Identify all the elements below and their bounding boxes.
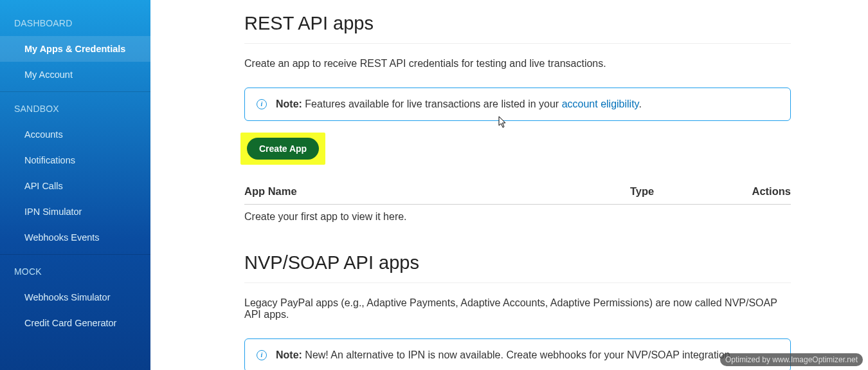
col-type: Type (630, 185, 733, 198)
apps-empty-message: Create your first app to view it here. (244, 205, 791, 246)
col-actions: Actions (733, 185, 791, 198)
nvp-soap-heading: NVP/SOAP API apps (244, 246, 791, 283)
sidebar: DASHBOARD My Apps & Credentials My Accou… (0, 0, 161, 370)
info-icon (257, 99, 267, 109)
nvp-note-box: Note: New! An alternative to IPN is now … (244, 338, 791, 370)
sidebar-item-webhooks-simulator[interactable]: Webhooks Simulator (0, 284, 150, 310)
main-content: REST API apps Create an app to receive R… (161, 0, 868, 370)
info-icon (257, 350, 267, 360)
sidebar-item-notifications[interactable]: Notifications (0, 147, 150, 173)
rest-api-heading: REST API apps (244, 6, 791, 44)
sidebar-item-my-account[interactable]: My Account (0, 62, 150, 88)
nvp-note-text: Note: New! An alternative to IPN is now … (276, 349, 733, 361)
sidebar-item-my-apps-credentials[interactable]: My Apps & Credentials (0, 36, 150, 62)
sidebar-item-ipn-simulator[interactable]: IPN Simulator (0, 199, 150, 225)
sidebar-item-webhooks-events[interactable]: Webhooks Events (0, 225, 150, 250)
sidebar-section-dashboard: DASHBOARD (0, 6, 150, 36)
sidebar-section-sandbox: SANDBOX (0, 92, 150, 122)
rest-note-text: Note: Features available for live transa… (276, 98, 642, 110)
rest-api-intro: Create an app to receive REST API creden… (244, 58, 791, 69)
watermark: Optimized by www.ImageOptimizer.net (720, 353, 863, 366)
sidebar-item-credit-card-generator[interactable]: Credit Card Generator (0, 310, 150, 336)
account-eligibility-link[interactable]: account eligibility (562, 98, 639, 109)
rest-note-box: Note: Features available for live transa… (244, 88, 791, 121)
sidebar-section-mock: MOCK (0, 255, 150, 284)
apps-table-header: App Name Type Actions (244, 178, 791, 205)
create-app-highlight: Create App (240, 133, 325, 165)
create-app-button[interactable]: Create App (247, 138, 319, 160)
nvp-soap-intro: Legacy PayPal apps (e.g., Adaptive Payme… (244, 297, 791, 320)
sidebar-item-accounts[interactable]: Accounts (0, 122, 150, 147)
sidebar-item-api-calls[interactable]: API Calls (0, 173, 150, 199)
sidebar-scroll[interactable]: DASHBOARD My Apps & Credentials My Accou… (0, 0, 161, 370)
col-app-name: App Name (244, 185, 630, 198)
